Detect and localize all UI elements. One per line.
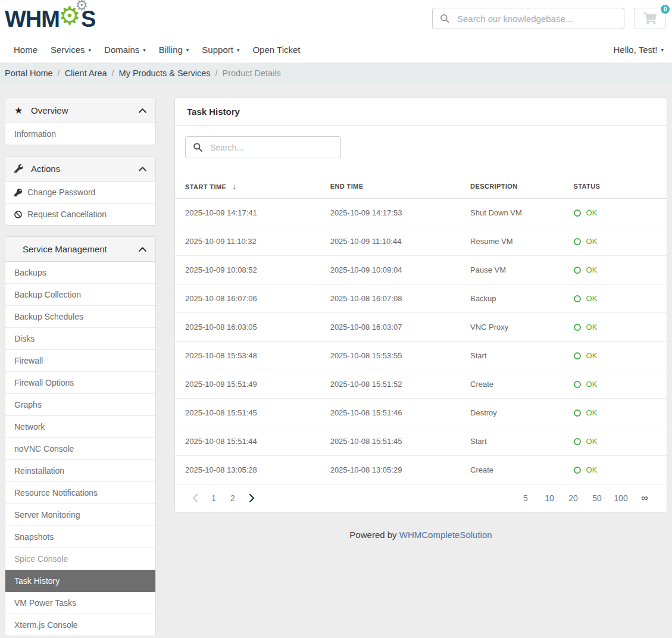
main-nav-links: HomeServices▾Domains▾Billing▾Support▾Ope…: [14, 45, 300, 55]
search-icon: [193, 142, 203, 152]
sidebar-item-resource-notifications[interactable]: Resource Notifications: [5, 482, 155, 504]
breadcrumb-item-my-products-services[interactable]: My Products & Services: [119, 68, 211, 78]
sidebar-item-label: noVNC Console: [14, 443, 74, 454]
nav-item-label: Open Ticket: [252, 45, 300, 55]
sidebar-item-firewall-options[interactable]: Firewall Options: [5, 372, 155, 394]
knowledgebase-search-input[interactable]: [457, 14, 617, 24]
sidebar-item-label: Task History: [14, 576, 60, 586]
sidebar-item-change-password[interactable]: Change Password: [5, 182, 155, 204]
chevron-down-icon: ▾: [661, 46, 664, 53]
cell-description: Pause VM: [460, 256, 563, 284]
nav-item-domains[interactable]: Domains▾: [104, 45, 146, 55]
sidebar-item-snapshots[interactable]: Snapshots: [5, 526, 155, 548]
table-search: [185, 136, 341, 158]
gear-icon: ⚙ ⚙: [60, 5, 86, 32]
cart-button[interactable]: 0: [634, 8, 666, 29]
sidebar-item-server-monitoring[interactable]: Server Monitoring: [5, 504, 155, 526]
page-size-20-button[interactable]: 20: [561, 489, 585, 508]
cell-description: Create: [460, 456, 563, 484]
column-header-label: START TIME: [185, 183, 226, 190]
sidebar: ★OverviewInformationActionsChange Passwo…: [5, 98, 156, 638]
sidebar-panel-header-overview[interactable]: ★Overview: [5, 98, 155, 123]
sidebar-panel-actions: ActionsChange PasswordRequest Cancellati…: [5, 156, 156, 226]
table-row: 2025-10-08 13:05:282025-10-08 13:05:29Cr…: [175, 456, 667, 484]
sidebar-panel-header-actions[interactable]: Actions: [5, 157, 155, 182]
sidebar-item-firewall[interactable]: Firewall: [5, 350, 155, 372]
column-header-start-time[interactable]: START TIME↓: [175, 174, 320, 199]
breadcrumb-item-portal-home[interactable]: Portal Home: [5, 68, 53, 78]
sidebar-item-backup-schedules[interactable]: Backup Schedules: [5, 306, 155, 328]
breadcrumb: Portal Home/Client Area/My Products & Se…: [0, 62, 672, 84]
user-menu[interactable]: Hello, Test! ▾: [614, 45, 664, 55]
breadcrumb-item-client-area[interactable]: Client Area: [65, 68, 107, 78]
sidebar-panel-header-service-management[interactable]: Service Management: [5, 237, 155, 262]
cell-end: 2025-10-09 14:17:53: [320, 199, 460, 227]
sidebar-item-task-history[interactable]: Task History: [5, 570, 155, 592]
chevron-up-icon: [139, 108, 146, 113]
sidebar-item-novnc-console[interactable]: noVNC Console: [5, 438, 155, 460]
page-button-1[interactable]: 1: [204, 489, 223, 508]
main-column: Task History START TIME↓END TIMEDESCRIPT…: [174, 98, 667, 552]
whmcs-logo[interactable]: WHM ⚙ ⚙ S: [5, 5, 95, 32]
sidebar-item-disks[interactable]: Disks: [5, 328, 155, 350]
page-size-5-button[interactable]: 5: [514, 489, 537, 508]
cell-end: 2025-10-09 10:09:04: [320, 256, 460, 284]
nav-item-billing[interactable]: Billing▾: [159, 45, 189, 55]
nav-item-services[interactable]: Services▾: [51, 45, 91, 55]
chevron-down-icon: ▾: [89, 46, 92, 53]
sidebar-item-information[interactable]: Information: [5, 123, 155, 145]
page-button-2[interactable]: 2: [223, 489, 242, 508]
nav-item-label: Billing: [159, 45, 183, 55]
nav-item-support[interactable]: Support▾: [202, 45, 239, 55]
cell-end: 2025-10-08 13:05:29: [320, 456, 460, 484]
cell-start: 2025-10-08 15:51:45: [175, 399, 320, 427]
sidebar-item-label: Change Password: [27, 187, 95, 198]
next-page-button[interactable]: [242, 489, 261, 508]
column-header-description[interactable]: DESCRIPTION: [460, 174, 563, 199]
page-size-50-button[interactable]: 50: [585, 489, 609, 508]
key-icon: [14, 189, 22, 196]
page-size-10-button[interactable]: 10: [537, 489, 561, 508]
cell-end: 2025-10-08 15:53:55: [320, 342, 460, 370]
sidebar-item-network[interactable]: Network: [5, 416, 155, 438]
status-ok-icon: [574, 438, 581, 445]
sidebar-item-backups[interactable]: Backups: [5, 262, 155, 284]
cell-start: 2025-10-08 16:03:05: [175, 313, 320, 342]
sidebar-item-label: Server Monitoring: [14, 509, 80, 520]
breadcrumb-separator: /: [58, 68, 60, 78]
column-header-end-time[interactable]: END TIME: [320, 174, 460, 199]
sidebar-item-xterm-js-console[interactable]: Xterm.js Console: [5, 614, 155, 636]
previous-page-button[interactable]: [185, 489, 204, 508]
status-badge: OK: [574, 323, 661, 331]
sidebar-item-vm-power-tasks[interactable]: VM Power Tasks: [5, 592, 155, 614]
status-ok-icon: [574, 352, 581, 359]
cart-count-badge: 0: [660, 4, 671, 15]
sidebar-item-request-cancellation[interactable]: Request Cancellation: [5, 204, 155, 225]
table-row: 2025-10-08 16:07:062025-10-08 16:07:08Ba…: [175, 284, 667, 313]
cell-description: Shut Down VM: [460, 199, 563, 227]
breadcrumb-separator: /: [112, 68, 114, 78]
cell-end: 2025-10-08 15:51:52: [320, 370, 460, 399]
sidebar-item-backup-collection[interactable]: Backup Collection: [5, 284, 155, 306]
cell-start: 2025-10-09 10:08:52: [175, 256, 320, 284]
top-header: WHM ⚙ ⚙ S 0: [0, 0, 672, 37]
sidebar-panel-title: Actions: [29, 164, 139, 174]
page-size-infinity-button[interactable]: ∞: [633, 489, 657, 508]
star-icon: ★: [14, 106, 29, 115]
breadcrumb-separator: /: [215, 68, 218, 78]
sidebar-item-reinstallation[interactable]: Reinstallation: [5, 460, 155, 482]
cell-status: OK: [564, 456, 667, 484]
status-label: OK: [586, 323, 598, 331]
sidebar-item-graphs[interactable]: Graphs: [5, 394, 155, 416]
nav-item-home[interactable]: Home: [14, 45, 37, 55]
cell-status: OK: [564, 399, 667, 427]
sidebar-item-spice-console[interactable]: Spice Console: [5, 548, 155, 570]
page-size-100-button[interactable]: 100: [609, 489, 633, 508]
column-header-status[interactable]: STATUS: [564, 174, 667, 199]
nav-item-open-ticket[interactable]: Open Ticket: [252, 45, 300, 55]
status-ok-icon: [574, 267, 581, 274]
whmcs-footer-link[interactable]: WHMCompleteSolution: [399, 530, 492, 540]
table-search-input[interactable]: [210, 143, 333, 152]
cell-description: Backup: [460, 284, 563, 313]
chevron-up-icon: [139, 167, 146, 171]
